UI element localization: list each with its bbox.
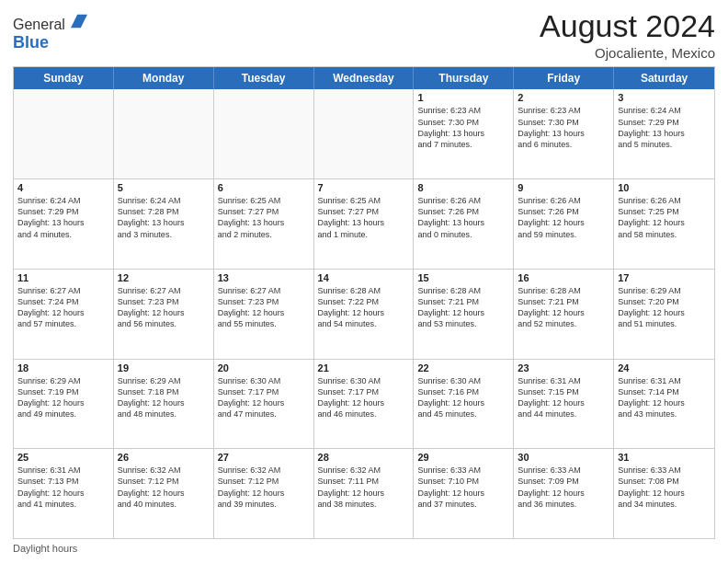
day-number: 17 <box>618 272 711 283</box>
cell-info: Sunrise: 6:32 AM Sunset: 7:12 PM Dayligh… <box>118 465 210 510</box>
empty-cell <box>214 89 314 178</box>
cell-info: Sunrise: 6:31 AM Sunset: 7:15 PM Dayligh… <box>518 375 609 420</box>
day-cell-13: 13Sunrise: 6:27 AM Sunset: 7:23 PM Dayli… <box>214 270 314 359</box>
day-cell-27: 27Sunrise: 6:32 AM Sunset: 7:12 PM Dayli… <box>214 449 314 538</box>
day-cell-24: 24Sunrise: 6:31 AM Sunset: 7:14 PM Dayli… <box>614 360 714 449</box>
cell-info: Sunrise: 6:26 AM Sunset: 7:26 PM Dayligh… <box>417 195 509 240</box>
col-header-sunday: Sunday <box>14 67 114 89</box>
cell-info: Sunrise: 6:26 AM Sunset: 7:26 PM Dayligh… <box>518 195 609 240</box>
day-number: 6 <box>218 182 310 193</box>
cell-info: Sunrise: 6:32 AM Sunset: 7:12 PM Dayligh… <box>218 465 310 510</box>
day-cell-18: 18Sunrise: 6:29 AM Sunset: 7:19 PM Dayli… <box>14 360 114 449</box>
day-cell-30: 30Sunrise: 6:33 AM Sunset: 7:09 PM Dayli… <box>514 449 614 538</box>
day-cell-12: 12Sunrise: 6:27 AM Sunset: 7:23 PM Dayli… <box>114 270 214 359</box>
logo-general-text: General <box>13 17 65 32</box>
day-number: 21 <box>318 362 410 373</box>
day-cell-9: 9Sunrise: 6:26 AM Sunset: 7:26 PM Daylig… <box>514 179 614 269</box>
calendar: SundayMondayTuesdayWednesdayThursdayFrid… <box>13 66 715 539</box>
empty-cell <box>314 89 415 178</box>
day-number: 5 <box>118 182 210 193</box>
month-year: August 2024 <box>540 9 715 43</box>
cell-info: Sunrise: 6:31 AM Sunset: 7:14 PM Dayligh… <box>618 375 711 420</box>
location: Ojocaliente, Mexico <box>540 45 715 61</box>
cell-info: Sunrise: 6:30 AM Sunset: 7:17 PM Dayligh… <box>218 375 310 420</box>
day-cell-21: 21Sunrise: 6:30 AM Sunset: 7:17 PM Dayli… <box>314 360 415 449</box>
cell-info: Sunrise: 6:30 AM Sunset: 7:16 PM Dayligh… <box>417 375 509 420</box>
cell-info: Sunrise: 6:23 AM Sunset: 7:30 PM Dayligh… <box>417 105 509 150</box>
day-cell-29: 29Sunrise: 6:33 AM Sunset: 7:10 PM Dayli… <box>414 449 514 538</box>
day-number: 26 <box>118 452 210 463</box>
day-cell-6: 6Sunrise: 6:25 AM Sunset: 7:27 PM Daylig… <box>214 179 314 269</box>
day-number: 18 <box>17 362 109 373</box>
empty-cell <box>14 89 114 178</box>
day-cell-31: 31Sunrise: 6:33 AM Sunset: 7:08 PM Dayli… <box>614 449 714 538</box>
col-header-wednesday: Wednesday <box>314 67 415 89</box>
title-block: August 2024 Ojocaliente, Mexico <box>540 9 715 61</box>
footer-note: Daylight hours <box>13 543 715 554</box>
day-number: 25 <box>17 452 109 463</box>
cell-info: Sunrise: 6:33 AM Sunset: 7:08 PM Dayligh… <box>618 465 711 510</box>
day-number: 13 <box>218 272 310 283</box>
day-number: 31 <box>618 452 711 463</box>
day-cell-11: 11Sunrise: 6:27 AM Sunset: 7:24 PM Dayli… <box>14 270 114 359</box>
cell-info: Sunrise: 6:27 AM Sunset: 7:23 PM Dayligh… <box>118 285 210 330</box>
day-number: 11 <box>17 272 109 283</box>
day-number: 23 <box>518 362 609 373</box>
cell-info: Sunrise: 6:29 AM Sunset: 7:18 PM Dayligh… <box>118 375 210 420</box>
cell-info: Sunrise: 6:33 AM Sunset: 7:09 PM Dayligh… <box>518 465 609 510</box>
cell-info: Sunrise: 6:28 AM Sunset: 7:21 PM Dayligh… <box>417 285 509 330</box>
svg-marker-0 <box>71 15 87 28</box>
day-number: 9 <box>518 182 609 193</box>
cell-info: Sunrise: 6:29 AM Sunset: 7:19 PM Dayligh… <box>17 375 109 420</box>
week-row-3: 11Sunrise: 6:27 AM Sunset: 7:24 PM Dayli… <box>14 270 714 360</box>
day-number: 15 <box>417 272 509 283</box>
page: General Blue August 2024 Ojocaliente, Me… <box>0 0 728 563</box>
day-cell-4: 4Sunrise: 6:24 AM Sunset: 7:29 PM Daylig… <box>14 179 114 269</box>
day-number: 3 <box>618 92 711 103</box>
cell-info: Sunrise: 6:28 AM Sunset: 7:21 PM Dayligh… <box>518 285 609 330</box>
cell-info: Sunrise: 6:25 AM Sunset: 7:27 PM Dayligh… <box>318 195 410 240</box>
calendar-header: SundayMondayTuesdayWednesdayThursdayFrid… <box>14 67 714 89</box>
cell-info: Sunrise: 6:24 AM Sunset: 7:28 PM Dayligh… <box>118 195 210 240</box>
day-cell-19: 19Sunrise: 6:29 AM Sunset: 7:18 PM Dayli… <box>114 360 214 449</box>
day-number: 14 <box>318 272 410 283</box>
day-number: 4 <box>17 182 109 193</box>
week-row-1: 1Sunrise: 6:23 AM Sunset: 7:30 PM Daylig… <box>14 89 714 179</box>
day-number: 27 <box>218 452 310 463</box>
day-number: 7 <box>318 182 410 193</box>
cell-info: Sunrise: 6:24 AM Sunset: 7:29 PM Dayligh… <box>17 195 109 240</box>
day-number: 1 <box>417 92 509 103</box>
day-cell-3: 3Sunrise: 6:24 AM Sunset: 7:29 PM Daylig… <box>614 89 714 178</box>
day-cell-1: 1Sunrise: 6:23 AM Sunset: 7:30 PM Daylig… <box>414 89 514 178</box>
col-header-thursday: Thursday <box>414 67 514 89</box>
day-number: 30 <box>518 452 609 463</box>
cell-info: Sunrise: 6:27 AM Sunset: 7:23 PM Dayligh… <box>218 285 310 330</box>
day-number: 8 <box>417 182 509 193</box>
cell-info: Sunrise: 6:23 AM Sunset: 7:30 PM Dayligh… <box>518 105 609 150</box>
day-cell-7: 7Sunrise: 6:25 AM Sunset: 7:27 PM Daylig… <box>314 179 415 269</box>
day-number: 28 <box>318 452 410 463</box>
week-row-4: 18Sunrise: 6:29 AM Sunset: 7:19 PM Dayli… <box>14 360 714 450</box>
day-cell-20: 20Sunrise: 6:30 AM Sunset: 7:17 PM Dayli… <box>214 360 314 449</box>
day-number: 29 <box>417 452 509 463</box>
day-number: 10 <box>618 182 711 193</box>
day-cell-14: 14Sunrise: 6:28 AM Sunset: 7:22 PM Dayli… <box>314 270 415 359</box>
day-cell-22: 22Sunrise: 6:30 AM Sunset: 7:16 PM Dayli… <box>414 360 514 449</box>
cell-info: Sunrise: 6:26 AM Sunset: 7:25 PM Dayligh… <box>618 195 711 240</box>
logo-icon <box>71 13 87 29</box>
day-number: 16 <box>518 272 609 283</box>
day-cell-2: 2Sunrise: 6:23 AM Sunset: 7:30 PM Daylig… <box>514 89 614 178</box>
day-number: 19 <box>118 362 210 373</box>
calendar-body: 1Sunrise: 6:23 AM Sunset: 7:30 PM Daylig… <box>14 89 714 538</box>
day-cell-16: 16Sunrise: 6:28 AM Sunset: 7:21 PM Dayli… <box>514 270 614 359</box>
logo-blue-text: Blue <box>13 33 49 52</box>
cell-info: Sunrise: 6:29 AM Sunset: 7:20 PM Dayligh… <box>618 285 711 330</box>
day-cell-17: 17Sunrise: 6:29 AM Sunset: 7:20 PM Dayli… <box>614 270 714 359</box>
header: General Blue August 2024 Ojocaliente, Me… <box>13 9 715 61</box>
cell-info: Sunrise: 6:25 AM Sunset: 7:27 PM Dayligh… <box>218 195 310 240</box>
day-cell-5: 5Sunrise: 6:24 AM Sunset: 7:28 PM Daylig… <box>114 179 214 269</box>
day-cell-23: 23Sunrise: 6:31 AM Sunset: 7:15 PM Dayli… <box>514 360 614 449</box>
cell-info: Sunrise: 6:24 AM Sunset: 7:29 PM Dayligh… <box>618 105 711 150</box>
day-cell-26: 26Sunrise: 6:32 AM Sunset: 7:12 PM Dayli… <box>114 449 214 538</box>
cell-info: Sunrise: 6:31 AM Sunset: 7:13 PM Dayligh… <box>17 465 109 510</box>
